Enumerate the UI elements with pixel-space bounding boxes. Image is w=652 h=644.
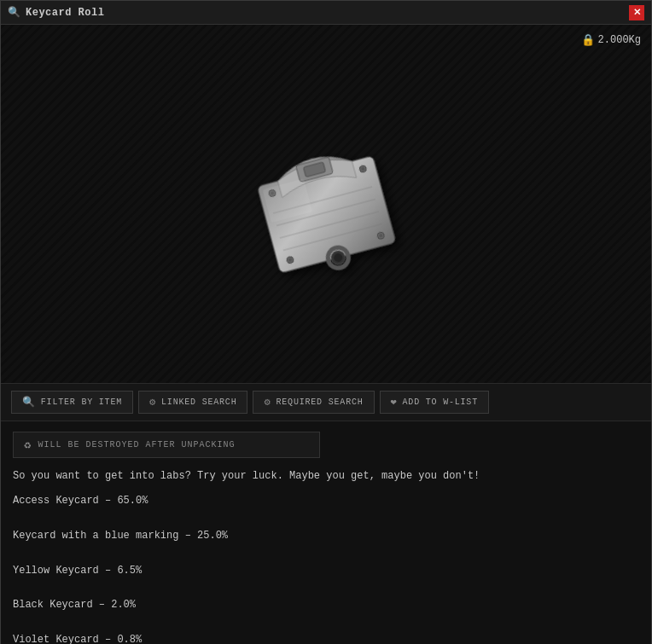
add-to-wishlist-button[interactable]: ❤ ADD TO W-LIST	[380, 391, 489, 414]
weight-badge: 🔒 2.000Kg	[581, 33, 641, 47]
info-panel: ♻ WILL BE DESTROYED AFTER UNPACKING So y…	[1, 421, 651, 644]
filter-by-item-label: FILTER BY ITEM	[41, 397, 122, 407]
filter-by-item-button[interactable]: 🔍 FILTER BY ITEM	[11, 391, 133, 414]
linked-search-label: LINKED SEARCH	[161, 397, 236, 407]
linked-icon: ⚙	[149, 396, 156, 409]
item-description: So you want to get into labs? Try your l…	[13, 468, 639, 484]
linked-search-button[interactable]: ⚙ LINKED SEARCH	[138, 391, 247, 414]
wishlist-label: ADD TO W-LIST	[403, 397, 478, 407]
item-display-area: 🔒 2.000Kg	[1, 25, 651, 383]
weight-value: 2.000Kg	[598, 34, 641, 46]
loot-table-item: Keycard with a blue marking – 25.0%	[13, 527, 639, 544]
destroyed-notice: ♻ WILL BE DESTROYED AFTER UNPACKING	[13, 432, 320, 458]
recycle-icon: ♻	[24, 438, 31, 452]
close-button[interactable]: ✕	[629, 5, 644, 20]
title-bar: 🔍 Keycard Roll ✕	[1, 1, 651, 25]
toolbar: 🔍 FILTER BY ITEM ⚙ LINKED SEARCH ⚙ REQUI…	[1, 383, 651, 421]
loot-table-item: Yellow Keycard – 6.5%	[13, 562, 639, 579]
wishlist-icon: ❤	[391, 396, 398, 409]
title-icon: 🔍	[8, 6, 20, 19]
lock-icon: 🔒	[581, 33, 595, 47]
title-bar-left: 🔍 Keycard Roll	[8, 6, 104, 19]
required-search-label: REQUIRED SEARCH	[277, 397, 364, 407]
required-search-button[interactable]: ⚙ REQUIRED SEARCH	[253, 391, 374, 414]
destroyed-text: WILL BE DESTROYED AFTER UNPACKING	[38, 440, 235, 450]
filter-icon: 🔍	[22, 396, 36, 409]
loot-table: Access Keycard – 65.0%Keycard with a blu…	[13, 492, 639, 644]
item-image	[241, 127, 411, 281]
window-title: Keycard Roll	[26, 7, 104, 19]
item-svg	[241, 127, 411, 298]
required-icon: ⚙	[264, 396, 271, 409]
loot-table-item: Violet Keycard – 0.8%	[13, 631, 639, 644]
loot-table-item: Black Keycard – 2.0%	[13, 596, 639, 613]
main-window: 🔍 Keycard Roll ✕ 🔒 2.000Kg	[0, 0, 652, 644]
loot-table-item: Access Keycard – 65.0%	[13, 492, 639, 509]
